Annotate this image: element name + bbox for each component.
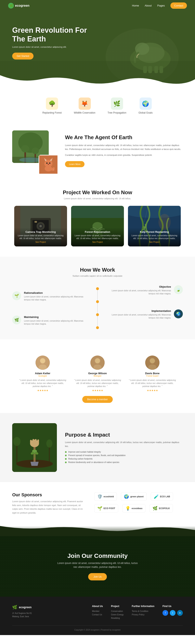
logo-icon: 🌿 [8,3,14,8]
footer-link-contact[interactable]: Contact Us [92,614,103,616]
how-item-objective: 🍃 Objective Lorem ipsum dolor sit amet, … [107,285,183,295]
feature-replanting-label: Replanting Forest [42,111,62,114]
hand-planting-illustration [12,423,57,472]
george-avatar [90,356,104,370]
ecoshield-name: ecoshield [104,495,114,498]
footer-link-conservation[interactable]: Conservation [111,610,124,612]
social-facebook-icon[interactable]: f [162,610,168,616]
feature-wildlife-label: Wildlife Coservation [74,111,96,114]
sponsor-ecoshield[interactable]: 🛡️ ecoshield [94,492,117,501]
footer-col-social: Find Us f t in [162,605,183,619]
adam-name: Adam Keller [18,372,67,375]
team-grid: Adam Keller Ecologist " Lorem ipsum dolo… [8,356,187,392]
nav-about[interactable]: About [144,4,152,7]
svg-rect-62 [38,440,39,444]
about-learn-more-button[interactable]: Learn More [65,161,84,167]
feature-global-label: Global Goals [138,111,152,114]
become-member-button[interactable]: Become a member [82,396,112,403]
svg-point-68 [13,437,20,446]
implementation-content: Implementation Lorem ipsum dolor sit ame… [107,310,171,319]
feature-tree-label: Tree Propagation [108,111,126,114]
sponsor-ecolab[interactable]: 🧪 ECO LAB [151,492,173,501]
hero-cta-button[interactable]: Get Started [12,52,34,60]
how-item-implementation: 🌏 Implementation Lorem ipsum dolor sit a… [107,310,183,319]
project-card-camera[interactable]: Camera Trap Monitoring Lorem ipsum dolor… [14,206,67,246]
footer-col-info: Further Information Terms & Condition Pr… [132,605,154,619]
footer-link-privacy[interactable]: Privacy Policy [132,614,154,616]
about-fox-image [38,155,57,173]
footer-about-title: About Us [92,605,103,608]
sponsors-row-1: 🛡️ ecoshield 🌍 green planet 🧪 ECO LAB [94,492,183,501]
timeline-dot-4 [96,326,99,329]
maintaining-icon: 🌿 [12,316,21,324]
nav-pages[interactable]: Pages [157,4,165,7]
george-role: Biologist [73,375,122,377]
project-kelp-link[interactable]: See Project [149,241,160,243]
ecofolk-icon: 🌿 [152,506,158,511]
community-desc: Lorem ipsum dolor sit amet, consectetur … [57,561,138,569]
purpose-dot-3 [65,458,66,460]
purpose-content: Purpose & Impact Lorem ipsum dolor sit a… [65,432,183,464]
project-card-rejuv[interactable]: Forest Rejuvenation Lorem ipsum dolor si… [71,206,124,246]
hero-title: Green Revolution For The Earth [12,26,90,43]
sponsor-ecosideas[interactable]: 💡 ecosideas [122,504,146,512]
community-join-button[interactable]: Join Us [88,573,107,580]
timeline-dot-1 [96,287,99,290]
davis-stars: ★★★★★ [128,389,177,392]
svg-rect-39 [71,206,124,218]
replanting-icon: 🌳 [46,98,58,110]
hero-subtitle: Lorem ipsum dolor sit amet, consectetur … [12,45,77,49]
purpose-dot-1 [65,451,66,453]
footer-link-rewilding[interactable]: Rewilding [111,617,124,619]
project-rejuv-link[interactable]: See Project [92,241,103,243]
about-content: We Are The Agent Of Earth Lorem ipsum do… [65,134,183,167]
greenplanet-name: green planet [130,495,144,498]
project-rejuv-title: Forest Rejuvenation [74,230,121,234]
features-section: 🌳 Replanting Forest 🦊 Wildlife Coservati… [0,85,195,122]
timeline-line-3 [97,316,98,326]
sponsor-ecofoot[interactable]: 🌱 ECO FOOT [94,504,118,512]
timeline-dot-3 [96,313,99,316]
adam-avatar-illustration [36,356,50,370]
george-avatar-illustration [90,356,104,370]
project-rejuv-overlay: Forest Rejuvenation Lorem ipsum dolor si… [71,228,124,246]
project-camera-link[interactable]: See Project [35,241,46,243]
project-card-kelp[interactable]: Kelp Forest Replanting Lorem ipsum dolor… [128,206,181,246]
nav-home[interactable]: Home [132,4,139,7]
svg-rect-61 [35,439,36,444]
community-title: Join Our Community [8,552,187,559]
footer-link-member[interactable]: Member [92,610,103,612]
footer-col-project: Project Conservation Green Energy Rewild… [111,605,124,619]
nav-contact-button[interactable]: Contact [170,2,187,9]
sponsor-greenplanet[interactable]: 🌍 green planet [121,492,146,501]
sponsors-logos: 🛡️ ecoshield 🌍 green planet 🧪 ECO LAB 🌱 … [94,492,183,516]
footer-link-greenenergy[interactable]: Green Energy [111,614,124,616]
social-twitter-icon[interactable]: t [170,610,176,616]
davis-name: Davis Bone [128,372,177,375]
project-kelp-overlay: Kelp Forest Replanting Lorem ipsum dolor… [128,228,181,246]
implementation-title: Implementation [107,310,171,312]
george-quote: " Lorem ipsum dolor sit amet, consectetu… [73,379,122,388]
svg-point-26 [45,166,52,172]
george-name: George Wilson [73,372,122,375]
svg-point-24 [49,162,50,164]
sponsor-ecofolk[interactable]: 🌿 ECOFOLK [150,504,173,512]
feature-wildlife: 🦊 Wildlife Coservation [74,98,96,114]
svg-rect-6 [148,66,152,73]
svg-rect-33 [34,221,37,223]
hero-elephant-illustration [114,28,175,73]
sponsors-section: Our Sponsors Lorem ipsum dolor sit amet,… [0,482,195,526]
sponsors-text: Our Sponsors Lorem ipsum dolor sit amet,… [12,492,86,516]
social-linkedin-icon[interactable]: in [177,610,183,616]
footer-copyright: Copyright © 2024 ecogreen | Powered by e… [12,625,183,631]
svg-rect-8 [160,66,163,73]
team-card-davis: Davis Bone Forest Guard " Lorem ipsum do… [128,356,177,392]
nav-logo[interactable]: 🌿 ecogreen [8,3,30,8]
project-grid: Camera Trap Monitoring Lorem ipsum dolor… [8,206,187,246]
maintaining-title: Maintaining [24,316,88,318]
objective-title: Objective [107,285,171,288]
rationalization-icon: 🌱 [12,291,21,300]
objective-desc: Lorem ipsum dolor sit amet, consectetur … [107,289,171,295]
footer-link-terms[interactable]: Terms & Condition [132,610,154,612]
footer-brand-name: ecogreen [19,606,32,609]
